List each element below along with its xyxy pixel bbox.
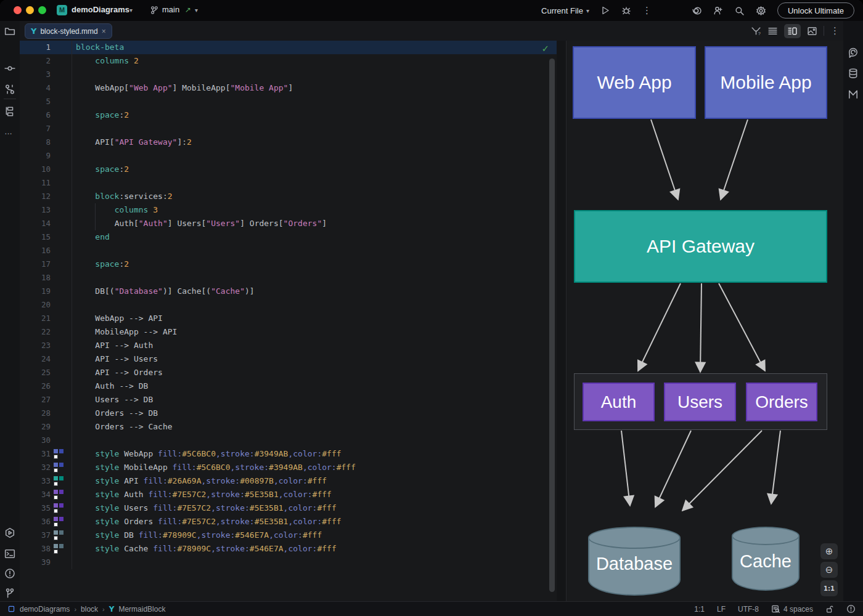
project-folder-icon[interactable] — [4, 26, 15, 37]
close-window-button[interactable] — [14, 6, 22, 14]
close-tab-icon[interactable]: × — [102, 27, 106, 36]
database-tool-icon[interactable] — [848, 68, 859, 79]
code-line[interactable]: 23 API --> Auth — [20, 339, 557, 352]
code-line[interactable]: 19 DB[("Database")] Cache[("Cache")] — [20, 285, 557, 298]
zoom-in-button[interactable]: ⊕ — [820, 543, 838, 559]
code-with-me-icon[interactable] — [713, 6, 723, 16]
divider — [4, 99, 16, 99]
code-line[interactable]: 21 WebApp --> API — [20, 312, 557, 325]
diagram-node-api[interactable]: API Gateway — [574, 210, 827, 283]
search-icon[interactable] — [734, 6, 745, 16]
code-line[interactable]: 37 style DB fill:#78909C,stroke:#546E7A,… — [20, 529, 557, 542]
run-button[interactable] — [600, 6, 610, 15]
code-line[interactable]: 7 — [20, 122, 557, 136]
code-line[interactable]: 33 style API fill:#26A69A,stroke:#00897B… — [20, 474, 557, 488]
file-encoding[interactable]: UTF-8 — [738, 605, 759, 614]
code-line[interactable]: 6 space:2 — [20, 108, 557, 122]
code-line[interactable]: 12 block:services:2 — [20, 190, 557, 203]
code-line[interactable]: 1block-beta — [20, 41, 557, 54]
diagram-node-orders[interactable]: Orders — [746, 383, 817, 421]
preview-only-view-icon[interactable] — [807, 26, 817, 36]
diagram-node-database[interactable]: Database — [588, 527, 681, 596]
code-line[interactable]: 4 WebApp["Web App"] MobileApp["Mobile Ap… — [20, 81, 557, 95]
zoom-window-button[interactable] — [38, 6, 46, 14]
readonly-lock-icon[interactable] — [825, 605, 834, 614]
code-line[interactable]: 25 API --> Orders — [20, 366, 557, 379]
zoom-out-button[interactable]: ⊖ — [820, 562, 838, 578]
diagram-node-webapp[interactable]: Web App — [573, 46, 696, 119]
code-line[interactable]: 29 Orders --> Cache — [20, 420, 557, 434]
caret-position[interactable]: 1:1 — [694, 605, 705, 614]
code-line[interactable]: 38 style Cache fill:#78909C,stroke:#546E… — [20, 542, 557, 556]
problems-icon[interactable] — [4, 568, 15, 579]
diagram-preview[interactable]: Web App Mobile App API Gateway Auth User… — [566, 41, 843, 601]
diagram-node-cache[interactable]: Cache — [732, 527, 800, 591]
line-ending[interactable]: LF — [717, 605, 726, 614]
zoom-reset-button[interactable]: 1:1 — [820, 580, 838, 596]
debug-icon[interactable] — [621, 6, 631, 15]
code-line[interactable]: 28 Orders --> DB — [20, 407, 557, 420]
code-line[interactable]: 16 — [20, 244, 557, 257]
code-line[interactable]: 20 — [20, 298, 557, 312]
code-line[interactable]: 32 style MobileApp fill:#5C6BC0,stroke:#… — [20, 461, 557, 474]
code-line[interactable]: 30 — [20, 434, 557, 447]
code-line[interactable]: 15 end — [20, 230, 557, 244]
services-icon[interactable] — [4, 527, 15, 538]
code-line[interactable]: 17 space:2 — [20, 257, 557, 271]
mermaid-chart-tool-icon[interactable] — [848, 89, 859, 100]
terminal-icon[interactable] — [4, 548, 15, 559]
code-line[interactable]: 14 Auth["Auth"] Users["Users"] Orders["O… — [20, 217, 557, 230]
color-preview-chips — [51, 474, 72, 488]
color-preview-chips — [51, 95, 72, 108]
ai-chat-icon[interactable] — [848, 47, 859, 58]
more-options-icon[interactable]: ⋮ — [830, 25, 840, 36]
code-line[interactable]: 5 — [20, 95, 557, 108]
code-line[interactable]: 8 API["API Gateway"]:2 — [20, 136, 557, 149]
structure-icon[interactable] — [4, 106, 15, 117]
code-line[interactable]: 9 — [20, 149, 557, 163]
code-line[interactable]: 31 style WebApp fill:#5C6BC0,stroke:#394… — [20, 447, 557, 461]
diagram-node-auth[interactable]: Auth — [583, 383, 655, 421]
settings-gear-icon[interactable] — [756, 6, 766, 16]
code-line[interactable]: 39 — [20, 556, 557, 569]
run-config-selector[interactable]: Current File ▾ — [541, 6, 589, 15]
code-line[interactable]: 18 — [20, 271, 557, 285]
editor-only-view-icon[interactable] — [767, 26, 778, 36]
breadcrumb-folder[interactable]: block — [81, 605, 98, 614]
breadcrumb-element[interactable]: MermaidBlock — [118, 605, 165, 614]
project-selector[interactable]: demoDiagrams — [72, 5, 129, 14]
diagram-node-users[interactable]: Users — [664, 383, 736, 421]
code-line[interactable]: 22 MobileApp --> API — [20, 325, 557, 339]
unlock-ultimate-button[interactable]: Unlock Ultimate — [777, 2, 854, 18]
indent-setting[interactable]: 4 spaces — [771, 604, 813, 614]
code-line[interactable]: 11 — [20, 176, 557, 190]
branch-selector[interactable]: main — [162, 5, 179, 14]
code-line[interactable]: 36 style Orders fill:#7E57C2,stroke:#5E3… — [20, 515, 557, 529]
breadcrumb-project[interactable]: demoDiagrams — [20, 605, 70, 614]
pane-splitter[interactable] — [557, 41, 566, 601]
tab-block-styled[interactable]: Y block-styled.mmd × — [25, 23, 112, 39]
code-line[interactable]: 13 columns 3 — [20, 203, 557, 217]
inspections-ok-icon[interactable]: ✓ — [541, 43, 549, 54]
diagram-node-mobileapp[interactable]: Mobile App — [705, 46, 827, 119]
code-line[interactable]: 24 API --> Users — [20, 352, 557, 366]
commit-icon[interactable] — [4, 63, 15, 74]
code-line[interactable]: 34 style Auth fill:#7E57C2,stroke:#5E35B… — [20, 488, 557, 501]
mermaid-help-icon[interactable]: ? — [751, 26, 761, 36]
minimize-window-button[interactable] — [26, 6, 34, 14]
git-icon[interactable] — [4, 588, 15, 599]
code-line[interactable]: 10 space:2 — [20, 163, 557, 176]
code-line[interactable]: 26 Auth --> DB — [20, 379, 557, 393]
code-editor[interactable]: 1block-beta2 columns 234 WebApp["Web App… — [20, 41, 557, 601]
notifications-status-icon[interactable] — [846, 604, 856, 614]
code-line[interactable]: 3 — [20, 68, 557, 81]
editor-scrollbar[interactable] — [549, 59, 555, 592]
code-line[interactable]: 2 columns 2 — [20, 54, 557, 68]
code-line[interactable]: 35 style Users fill:#7E57C2,stroke:#5E35… — [20, 501, 557, 515]
more-actions-icon[interactable]: ⋮ — [642, 5, 652, 16]
code-line[interactable]: 27 Users --> DB — [20, 393, 557, 407]
ai-assistant-icon[interactable] — [691, 6, 701, 16]
split-view-icon[interactable] — [784, 24, 801, 38]
vcs-graph-icon[interactable] — [4, 84, 15, 95]
more-tool-windows-icon[interactable]: … — [4, 127, 15, 138]
